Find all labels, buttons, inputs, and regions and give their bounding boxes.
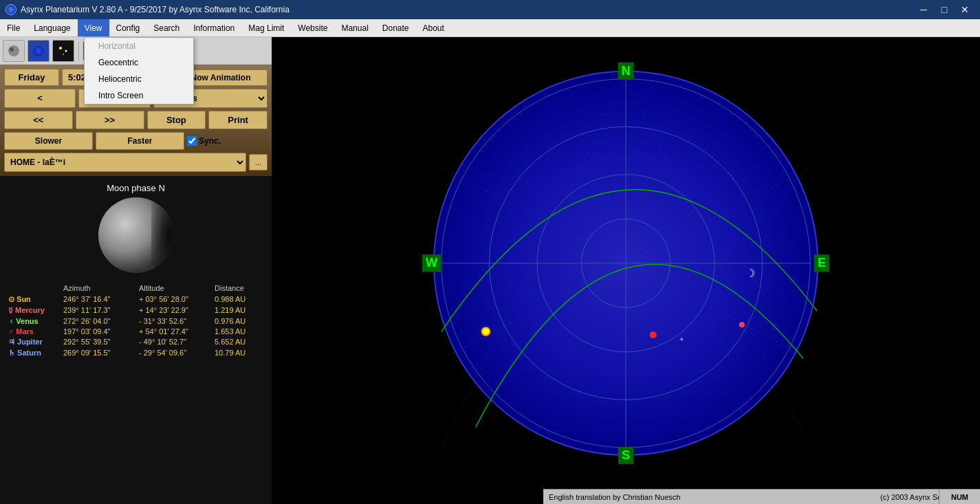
status-left: English translation by Christian Nuesch <box>549 493 680 501</box>
sky-canvas: ☽ ⊙ ✦ N S E W English tr <box>272 37 980 504</box>
planet-azimuth: 272° 26' 04.0" <box>63 317 139 325</box>
location-select[interactable]: HOME - laÈ™i <box>4 153 246 172</box>
dropdown-horizontal[interactable]: Horizontal <box>85 38 193 54</box>
moon-image <box>98 197 174 273</box>
planet-header: Azimuth Altitude Distance <box>6 284 266 292</box>
menu-manual[interactable]: Manual <box>334 19 375 36</box>
nav-forward2-button[interactable]: >> <box>76 111 144 129</box>
menu-information[interactable]: Information <box>186 19 241 36</box>
svg-text:✦: ✦ <box>679 335 684 342</box>
svg-point-7 <box>63 54 64 55</box>
left-panel: Friday 5:02:54 PM ... Now Animation < > … <box>0 65 272 504</box>
action-row: << >> Stop Print <box>4 111 268 129</box>
num-indicator: NUM <box>939 489 980 504</box>
planet-altitude: - 49° 10' 52.7" <box>139 338 215 347</box>
day-display[interactable]: Friday <box>4 69 59 86</box>
dropdown-geocentric[interactable]: Geocentric <box>85 54 193 71</box>
menu-search[interactable]: Search <box>146 19 186 36</box>
planet-name: ⊙ Sun <box>8 295 63 304</box>
planet-altitude: + 14° 23' 22.9" <box>139 306 215 315</box>
planet-distance: 10.79 AU <box>215 349 270 358</box>
app-icon <box>6 4 17 15</box>
planet-altitude: - 31° 33' 52.6" <box>139 317 215 325</box>
slower-button[interactable]: Slower <box>4 132 93 150</box>
planet-distance: 5.652 AU <box>215 338 270 347</box>
speed-row: Slower Faster Sync. <box>4 132 268 150</box>
toolbar-icon-2[interactable] <box>28 40 50 62</box>
stop-button[interactable]: Stop <box>147 111 206 129</box>
nav-back2-button[interactable]: << <box>4 111 73 129</box>
location-row: HOME - laÈ™i ... <box>4 153 268 172</box>
planet-name: ♃ Jupiter <box>8 338 63 347</box>
svg-point-5 <box>59 47 62 50</box>
moon-shadow <box>151 197 174 273</box>
planet-name: ☿ Mercury <box>8 306 63 315</box>
planet-row: ♂ Mars 197° 03' 09.4" + 54° 01' 27.4" 1.… <box>6 327 266 336</box>
planet-distance: 1.219 AU <box>215 306 270 315</box>
planet-altitude: + 54° 01' 27.4" <box>139 327 215 336</box>
menu-maglimit[interactable]: Mag Limit <box>241 19 291 36</box>
svg-point-0 <box>8 45 19 56</box>
print-button[interactable]: Print <box>208 111 268 129</box>
svg-text:⊙: ⊙ <box>482 328 488 336</box>
menu-about[interactable]: About <box>416 19 451 36</box>
moon-section: Moon phase N <box>0 176 272 280</box>
planet-altitude: + 03° 56' 28.0" <box>139 295 215 304</box>
planet-azimuth: 246° 37' 16.4" <box>63 295 139 304</box>
planet-row: ⊙ Sun 246° 37' 16.4" + 03° 56' 28.0" 0.9… <box>6 295 266 304</box>
menu-file[interactable]: File <box>0 19 27 36</box>
toolbar-icon-1[interactable] <box>3 40 25 62</box>
moon-label: Moon phase N <box>107 183 165 193</box>
planet-name: ♀ Venus <box>8 317 63 325</box>
dropdown-heliocentric[interactable]: Heliocentric <box>85 71 193 87</box>
maximize-button[interactable]: □ <box>935 3 954 17</box>
menu-view[interactable]: View <box>78 19 109 36</box>
planet-azimuth: 269° 09' 15.5" <box>63 349 139 358</box>
status-bar: English translation by Christian Nuesch … <box>543 489 980 504</box>
sky-view: ☽ ⊙ ✦ N S E W English tr <box>272 37 980 504</box>
toolbar-icon-3[interactable] <box>52 40 74 62</box>
col-altitude: Altitude <box>139 284 215 292</box>
window-title: Asynx Planetarium V 2.80 A - 9/25/2017 b… <box>21 5 914 14</box>
menu-language[interactable]: Language <box>27 19 77 36</box>
planet-row: ♄ Saturn 269° 09' 15.5" - 29° 54' 09.6" … <box>6 349 266 358</box>
planet-azimuth: 292° 55' 39.5" <box>63 338 139 347</box>
planet-azimuth: 197° 03' 09.4" <box>63 327 139 336</box>
svg-point-6 <box>65 50 67 52</box>
menu-bar: File Language View Config Search Informa… <box>0 19 980 37</box>
faster-button[interactable]: Faster <box>96 132 184 150</box>
cardinal-east: E <box>814 254 829 272</box>
svg-rect-4 <box>56 44 70 58</box>
planet-name: ♄ Saturn <box>8 349 63 358</box>
sky-circle-container: ☽ ⊙ ✦ N S E W <box>433 70 818 455</box>
close-button[interactable]: ✕ <box>955 3 974 17</box>
planet-row: ☿ Mercury 239° 11' 17.3" + 14° 23' 22.9"… <box>6 306 266 315</box>
col-distance: Distance <box>215 284 270 292</box>
menu-website[interactable]: Website <box>291 19 334 36</box>
sync-area: Sync. <box>187 136 268 146</box>
planet-altitude: - 29° 54' 09.6" <box>139 349 215 358</box>
planet-distance: 1.653 AU <box>215 327 270 336</box>
col-azimuth: Azimuth <box>63 284 139 292</box>
svg-point-3 <box>36 48 41 54</box>
menu-config[interactable]: Config <box>109 19 147 36</box>
planet-distance: 0.976 AU <box>215 317 270 325</box>
svg-point-1 <box>10 47 14 52</box>
sky-circle: ☽ ⊙ ✦ N S E W <box>433 70 818 455</box>
menu-donate[interactable]: Donate <box>375 19 416 36</box>
svg-point-22 <box>650 331 657 338</box>
minimize-button[interactable]: ─ <box>914 3 933 17</box>
nav-back-button[interactable]: < <box>4 89 76 108</box>
location-settings-button[interactable]: ... <box>249 154 268 171</box>
planet-azimuth: 239° 11' 17.3" <box>63 306 139 315</box>
planet-row: ♃ Jupiter 292° 55' 39.5" - 49° 10' 52.7"… <box>6 338 266 347</box>
cardinal-west: W <box>422 254 441 272</box>
dropdown-intro-screen[interactable]: Intro Screen <box>85 87 193 104</box>
svg-text:☽: ☽ <box>745 267 755 278</box>
planet-rows: ⊙ Sun 246° 37' 16.4" + 03° 56' 28.0" 0.9… <box>6 295 266 358</box>
window-controls: ─ □ ✕ <box>914 3 974 17</box>
sync-checkbox[interactable] <box>187 136 197 146</box>
svg-point-21 <box>739 322 745 327</box>
planet-name: ♂ Mars <box>8 327 63 336</box>
planet-table: Azimuth Altitude Distance ⊙ Sun 246° 37'… <box>0 280 272 504</box>
